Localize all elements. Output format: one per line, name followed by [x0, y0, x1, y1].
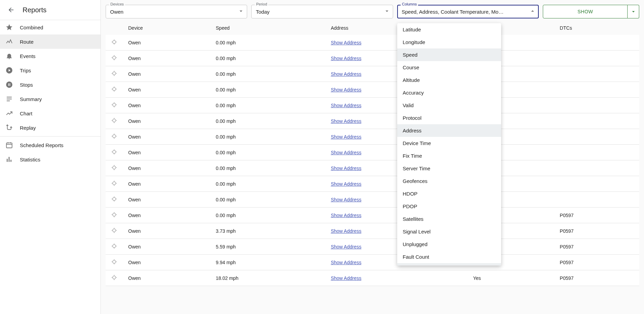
cell-dtcs [554, 51, 639, 66]
show-address-link[interactable]: Show Address [331, 56, 362, 61]
columns-dropdown[interactable]: LatitudeLongitudeSpeedCourseAltitudeAccu… [397, 23, 501, 266]
columns-option-speed[interactable]: Speed [397, 48, 501, 61]
nav-list: CombinedRouteEventsTripsStopsSummaryChar… [0, 20, 100, 135]
sidebar-item-events[interactable]: Events [0, 49, 100, 63]
show-address-link[interactable]: Show Address [331, 150, 362, 155]
cell-device: Owen [123, 255, 210, 270]
show-address-link[interactable]: Show Address [331, 260, 362, 265]
star-icon [5, 24, 13, 31]
columns-option-valid[interactable]: Valid [397, 99, 501, 112]
show-address-link[interactable]: Show Address [331, 213, 362, 218]
play-icon [5, 67, 13, 74]
gps-fix-icon [111, 70, 117, 76]
table-row[interactable]: Owen0.00 mphShow AddressNo [106, 98, 639, 113]
sidebar-item-replay[interactable]: Replay [0, 120, 100, 135]
table-wrap[interactable]: Device Speed Address Motion DTCs Owen0.0… [101, 21, 644, 314]
table-row[interactable]: Owen0.00 mphShow AddressNo [106, 82, 639, 98]
table-row[interactable]: Owen3.73 mphShow AddressYesP0597 [106, 223, 639, 239]
svg-point-13 [113, 198, 116, 201]
table-row[interactable]: Owen0.00 mphShow AddressYesP0597 [106, 208, 639, 223]
table-row[interactable]: Owen0.00 mphShow AddressNo [106, 113, 639, 129]
sidebar-item-chart[interactable]: Chart [0, 106, 100, 120]
columns-option-fault-count[interactable]: Fault Count [397, 251, 501, 263]
show-button[interactable]: SHOW [543, 5, 628, 18]
col-icon-header [106, 21, 123, 35]
columns-field[interactable]: Columns Speed, Address, Coolant Temperat… [397, 5, 539, 18]
devices-select[interactable]: Owen [106, 5, 247, 18]
sidebar-item-stops[interactable]: Stops [0, 77, 100, 92]
cell-device: Owen [123, 160, 210, 176]
cell-device: Owen [123, 66, 210, 82]
period-select[interactable]: Today [251, 5, 393, 18]
columns-option-latitude[interactable]: Latitude [397, 23, 501, 36]
svg-point-7 [113, 103, 116, 106]
devices-field[interactable]: Devices Owen [106, 5, 247, 18]
show-address-link[interactable]: Show Address [331, 166, 362, 171]
table-row[interactable]: Owen0.00 mphShow AddressNo [106, 35, 639, 51]
table-row[interactable]: Owen0.00 mphShow AddressYes [106, 192, 639, 208]
table-row[interactable]: Owen0.00 mphShow AddressNo [106, 129, 639, 145]
columns-option-longitude[interactable]: Longitude [397, 36, 501, 48]
cell-speed: 0.00 mph [210, 66, 325, 82]
show-address-link[interactable]: Show Address [331, 134, 362, 140]
svg-rect-2 [6, 143, 12, 148]
table-row[interactable]: Owen0.00 mphShow AddressNo [106, 160, 639, 176]
columns-option-geofences[interactable]: Geofences [397, 175, 501, 187]
sidebar-item-trips[interactable]: Trips [0, 63, 100, 77]
table-row[interactable]: Owen18.02 mphShow AddressYesP0597 [106, 270, 639, 286]
table-row[interactable]: Owen0.00 mphShow AddressNo [106, 145, 639, 160]
columns-option-unplugged[interactable]: Unplugged [397, 238, 501, 251]
gps-fix-icon [111, 86, 117, 92]
cell-dtcs [554, 129, 639, 145]
period-field[interactable]: Period Today [251, 5, 393, 18]
columns-option-fix-time[interactable]: Fix Time [397, 149, 501, 162]
show-address-link[interactable]: Show Address [331, 118, 362, 124]
devices-value: Owen [110, 9, 123, 15]
sidebar-item-combined[interactable]: Combined [0, 20, 100, 34]
show-address-link[interactable]: Show Address [331, 244, 362, 249]
columns-option-course[interactable]: Course [397, 61, 501, 74]
show-address-link[interactable]: Show Address [331, 87, 362, 92]
columns-option-altitude[interactable]: Altitude [397, 74, 501, 86]
sidebar-item-summary[interactable]: Summary [0, 92, 100, 106]
svg-point-5 [113, 72, 116, 75]
show-address-link[interactable]: Show Address [331, 275, 362, 281]
cell-device: Owen [123, 176, 210, 192]
columns-select[interactable]: Speed, Address, Coolant Temperature, Mo… [397, 5, 539, 18]
show-dropdown-button[interactable] [628, 5, 639, 18]
sidebar-extra-statistics[interactable]: Statistics [0, 152, 100, 167]
cell-device: Owen [123, 192, 210, 208]
show-address-link[interactable]: Show Address [331, 181, 362, 187]
cell-speed: 0.00 mph [210, 192, 325, 208]
columns-option-coolant-temperature[interactable]: Coolant Temperature [397, 263, 501, 266]
columns-option-hdop[interactable]: HDOP [397, 187, 501, 200]
columns-option-pdop[interactable]: PDOP [397, 200, 501, 213]
columns-option-signal-level[interactable]: Signal Level [397, 225, 501, 238]
table-row[interactable]: Owen0.00 mphShow AddressNo [106, 66, 639, 82]
show-address-link[interactable]: Show Address [331, 228, 362, 234]
sidebar-header: Reports [0, 0, 100, 20]
table-row[interactable]: Owen5.59 mphShow AddressYesP0597 [106, 239, 639, 255]
columns-option-protocol[interactable]: Protocol [397, 112, 501, 124]
columns-option-device-time[interactable]: Device Time [397, 137, 501, 149]
cell-device: Owen [123, 51, 210, 66]
sidebar-extra-scheduled-reports[interactable]: Scheduled Reports [0, 138, 100, 152]
sidebar-item-route[interactable]: Route [0, 34, 100, 49]
columns-option-satellites[interactable]: Satellites [397, 213, 501, 225]
svg-point-12 [113, 182, 116, 185]
table-row[interactable]: Owen0.00 mphShow AddressNo [106, 176, 639, 192]
gps-fix-icon [111, 117, 117, 124]
columns-option-server-time[interactable]: Server Time [397, 162, 501, 175]
gps-fix-icon [111, 180, 117, 186]
back-button[interactable] [5, 4, 17, 16]
nav-label: Replay [20, 125, 36, 131]
show-address-link[interactable]: Show Address [331, 71, 362, 77]
cell-speed: 0.00 mph [210, 160, 325, 176]
table-row[interactable]: Owen0.00 mphShow AddressNo [106, 51, 639, 66]
columns-option-address[interactable]: Address [397, 124, 501, 137]
show-address-link[interactable]: Show Address [331, 103, 362, 108]
columns-option-accuracy[interactable]: Accuracy [397, 86, 501, 99]
show-address-link[interactable]: Show Address [331, 197, 362, 202]
show-address-link[interactable]: Show Address [331, 40, 362, 45]
table-row[interactable]: Owen9.94 mphShow AddressYesP0597 [106, 255, 639, 270]
